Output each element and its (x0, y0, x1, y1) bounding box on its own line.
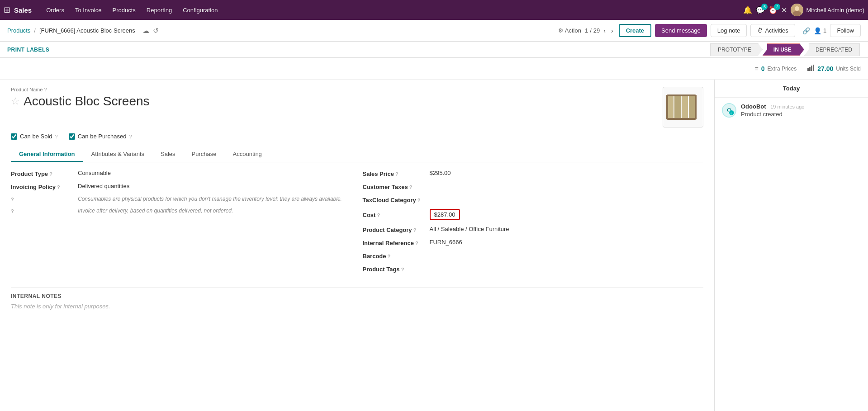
follow-button[interactable]: Follow (830, 24, 861, 37)
activities-button[interactable]: ⏱ Activities (750, 24, 795, 37)
clock-icon[interactable]: ⏰ 2 (768, 6, 778, 14)
chatter-message: O B OdooBot 19 minutes ago Product creat… (715, 98, 868, 123)
tab-purchase[interactable]: Purchase (184, 147, 225, 162)
invoicing-policy-value[interactable]: Delivered quantities (78, 183, 129, 189)
svg-rect-10 (689, 96, 695, 118)
nav-orders[interactable]: Orders (41, 0, 70, 20)
svg-rect-7 (667, 96, 674, 118)
prev-button[interactable]: ‹ (602, 26, 607, 35)
chat-icon[interactable]: 💬 5 (756, 6, 765, 14)
favorite-star-icon[interactable]: ☆ (11, 95, 20, 107)
app-name[interactable]: Sales (14, 6, 32, 14)
product-name-help[interactable]: ? (44, 87, 47, 92)
internal-notes-section: INTERNAL NOTES This note is only for int… (11, 287, 703, 310)
can-be-sold-checkbox[interactable]: Can be Sold ? (11, 133, 58, 140)
internal-reference-value[interactable]: FURN_6666 (430, 239, 462, 246)
right-column: Sales Price ? $295.00 Customer Taxes ? T… (363, 170, 704, 273)
chatter-time: 19 minutes ago (770, 104, 804, 109)
main-layout: Product Name ? ☆ Acoustic Bloc Screens (0, 80, 868, 411)
internal-notes-label: INTERNAL NOTES (11, 293, 703, 299)
tabs: General Information Attributes & Variant… (11, 147, 703, 162)
svg-rect-11 (666, 95, 668, 119)
app-grid-icon[interactable]: ⊞ (4, 5, 10, 15)
can-be-sold-input[interactable] (11, 133, 17, 140)
help1-icon[interactable]: ? (11, 196, 74, 202)
deprecated-step[interactable]: DEPRECATED (804, 43, 860, 56)
tab-general-information[interactable]: General Information (11, 147, 83, 162)
action-gear-icon[interactable]: ⚙ Action (558, 27, 581, 34)
user-info[interactable]: Mitchell Admin (demo) (791, 4, 864, 16)
product-name-value[interactable]: Acoustic Bloc Screens (24, 94, 150, 109)
barcode-help[interactable]: ? (386, 254, 391, 259)
can-be-sold-help[interactable]: ? (55, 134, 58, 139)
svg-rect-14 (667, 118, 696, 120)
chatter-content: OdooBot 19 minutes ago Product created (741, 103, 861, 118)
internal-notes-placeholder[interactable]: This note is only for internal purposes. (11, 303, 703, 310)
pagination: 1 / 29 ‹ › (585, 26, 615, 35)
sales-price-help[interactable]: ? (394, 171, 398, 177)
cost-value-box[interactable]: $287.00 (430, 209, 460, 220)
bell-icon[interactable]: 🔔 (743, 6, 752, 14)
invoicing-policy-help[interactable]: ? (56, 184, 60, 190)
units-sold-stat[interactable]: 27.00 Units Sold (807, 65, 861, 72)
taxcloud-category-help[interactable]: ? (416, 198, 421, 203)
breadcrumb-separator: / (34, 27, 36, 34)
product-type-value[interactable]: Consumable (78, 170, 111, 176)
nav-configuration[interactable]: Configuration (177, 0, 223, 20)
product-tags-help[interactable]: ? (400, 267, 404, 272)
svg-text:B: B (730, 112, 732, 115)
help-text1-row: ? Consumables are physical products for … (11, 196, 352, 202)
chatter-avatar: O B (722, 103, 736, 118)
in-use-step[interactable]: IN USE (763, 44, 804, 56)
svg-rect-6 (813, 65, 814, 71)
product-category-help[interactable]: ? (412, 227, 417, 233)
sales-price-row: Sales Price ? $295.00 (363, 170, 704, 177)
product-type-help[interactable]: ? (48, 171, 52, 177)
pagination-total: 29 (593, 27, 600, 34)
next-button[interactable]: › (609, 26, 615, 35)
refresh-icon[interactable]: ↺ (153, 27, 159, 35)
extra-prices-stat[interactable]: ≡ 0 Extra Prices (755, 65, 797, 72)
nav-reporting[interactable]: Reporting (141, 0, 177, 20)
pagination-sep: / (590, 27, 592, 34)
cost-row: Cost ? $287.00 (363, 209, 704, 220)
nav-to-invoice[interactable]: To Invoice (70, 0, 107, 20)
tab-attributes-variants[interactable]: Attributes & Variants (83, 147, 153, 162)
can-be-purchased-checkbox[interactable]: Can be Purchased ? (69, 133, 132, 140)
product-image[interactable] (663, 87, 703, 128)
svg-rect-13 (667, 94, 696, 96)
customer-taxes-row: Customer Taxes ? (363, 183, 704, 190)
breadcrumb-bar: Products / [FURN_6666] Acoustic Bloc Scr… (0, 20, 868, 42)
taxcloud-category-row: TaxCloud Category ? (363, 196, 704, 203)
help-text2-row: ? Invoice after delivery, based on quant… (11, 208, 352, 214)
follower-icon[interactable]: 👤 1 (814, 27, 827, 34)
internal-reference-help[interactable]: ? (414, 241, 418, 246)
customer-taxes-help[interactable]: ? (408, 184, 413, 190)
product-category-row: Product Category ? All / Saleable / Offi… (363, 226, 704, 233)
link-icon[interactable]: 🔗 (802, 27, 810, 34)
product-category-value[interactable]: All / Saleable / Office Furniture (430, 226, 509, 232)
svg-rect-3 (807, 68, 809, 71)
cost-help[interactable]: ? (375, 213, 380, 218)
can-be-purchased-help[interactable]: ? (129, 134, 132, 139)
nav-products[interactable]: Products (107, 0, 141, 20)
extra-prices-icon: ≡ (755, 65, 759, 72)
breadcrumb-current: [FURN_6666] Acoustic Bloc Screens (39, 27, 135, 34)
sales-price-label: Sales Price ? (363, 170, 426, 177)
breadcrumb-parent[interactable]: Products (7, 27, 30, 34)
chatter-body: Product created (741, 111, 861, 118)
tab-accounting[interactable]: Accounting (225, 147, 270, 162)
help2-icon[interactable]: ? (11, 208, 74, 214)
help-text2: Invoice after delivery, based on quantit… (78, 208, 233, 214)
send-message-button[interactable]: Send message (655, 24, 707, 37)
svg-rect-5 (811, 66, 812, 71)
close-icon[interactable]: ✕ (781, 6, 787, 14)
sales-price-value[interactable]: $295.00 (430, 170, 451, 176)
print-labels-button[interactable]: PRINT LABELS (7, 47, 49, 53)
tab-sales[interactable]: Sales (152, 147, 184, 162)
prototype-step[interactable]: PROTOTYPE (710, 43, 763, 56)
create-button[interactable]: Create (619, 24, 651, 37)
upload-icon[interactable]: ☁ (142, 27, 149, 35)
can-be-purchased-input[interactable] (69, 133, 75, 140)
log-note-button[interactable]: Log note (711, 24, 747, 37)
